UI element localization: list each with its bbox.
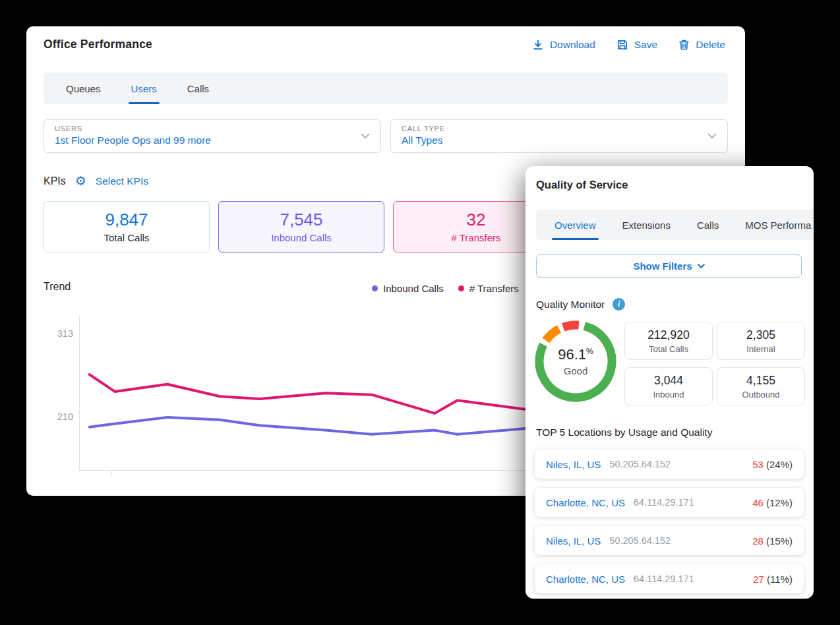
kpi-label: Total Calls — [104, 232, 149, 243]
download-button[interactable]: Download — [532, 39, 595, 51]
location-row: Niles, IL, US 50.205.64.152 28 (15%) — [535, 526, 804, 555]
stat-card-internal: 2,305 Internal — [717, 322, 805, 360]
tab-calls[interactable]: Calls — [187, 73, 209, 104]
select-kpis-link[interactable]: Select KPIs — [96, 175, 148, 187]
tab-queues[interactable]: Queues — [66, 73, 101, 104]
save-icon — [616, 39, 628, 51]
location-share: (11%) — [767, 574, 793, 585]
location-share: (12%) — [766, 497, 793, 508]
location-count: 27 — [753, 574, 764, 585]
quality-of-service-panel: Quality of Service Overview Extensions C… — [525, 166, 814, 599]
legend-dot-icon — [458, 285, 464, 291]
chevron-down-icon — [698, 264, 705, 269]
kpi-label: # Transfers — [451, 232, 500, 243]
save-button[interactable]: Save — [616, 39, 657, 51]
call-type-filter-value: All Types — [402, 134, 717, 146]
location-row: Niles, IL, US 50.205.64.152 53 (24%) — [535, 450, 804, 479]
top-locations-heading: TOP 5 Locations by Usage and Quality — [536, 427, 712, 438]
kpis-header: KPIs ⚙ Select KPIs — [44, 175, 148, 187]
kpi-card-inbound-calls[interactable]: 7,545 Inbound Calls — [218, 201, 384, 253]
location-share: (15%) — [766, 535, 793, 547]
info-icon[interactable]: i — [613, 298, 625, 311]
qos-title: Quality of Service — [536, 179, 628, 191]
tab-mos-performance[interactable]: MOS Performa — [745, 210, 811, 240]
show-filters-button[interactable]: Show Filters — [536, 254, 802, 278]
quality-monitor-heading: Quality Monitor — [536, 299, 605, 311]
tab-overview[interactable]: Overview — [555, 210, 596, 240]
trend-heading: Trend — [44, 281, 71, 293]
location-link[interactable]: Niles, IL, US — [546, 535, 601, 547]
location-ip: 50.205.64.152 — [609, 535, 671, 546]
toolbar: Download Save Delete — [532, 39, 725, 51]
location-link[interactable]: Niles, IL, US — [546, 459, 601, 470]
kpi-label: Inbound Calls — [271, 232, 332, 243]
legend-item-transfers: # Transfers — [458, 283, 519, 294]
stat-card-total-calls: 212,920 Total Calls — [624, 322, 713, 360]
kpi-value: 9,847 — [105, 210, 148, 229]
top-locations-list: Niles, IL, US 50.205.64.152 53 (24%) Cha… — [535, 450, 804, 599]
x-axis-tick — [111, 471, 112, 475]
location-link[interactable]: Charlotte, NC, US — [546, 497, 625, 508]
call-type-filter-label: CALL TYPE — [402, 125, 717, 133]
office-tabbar: Queues Users Calls — [44, 73, 728, 104]
tab-extensions[interactable]: Extensions — [622, 210, 671, 240]
users-filter-label: USERS — [55, 125, 370, 133]
location-ip: 64.114.29.171 — [634, 497, 694, 508]
users-filter-select[interactable]: USERS 1st Floor People Ops and 99 more — [44, 119, 381, 153]
location-ip: 64.114.29.171 — [634, 574, 694, 584]
chevron-down-icon — [361, 133, 370, 139]
location-link[interactable]: Charlotte, NC, US — [546, 574, 625, 585]
gear-icon: ⚙ — [75, 175, 86, 187]
delete-button[interactable]: Delete — [678, 39, 725, 51]
quality-gauge: 96.1% Good — [535, 320, 616, 402]
location-row: Charlotte, NC, US 64.114.29.171 46 (12%) — [535, 488, 804, 517]
location-ip: 50.205.64.152 — [609, 459, 671, 469]
call-type-filter-select[interactable]: CALL TYPE All Types — [390, 119, 728, 153]
kpi-value: 7,545 — [280, 210, 322, 229]
gauge-value: 96.1% — [558, 346, 593, 363]
stat-card-outbound: 4,155 Outbound — [717, 367, 805, 405]
trend-legend: Inbound Calls # Transfers — [372, 283, 519, 294]
location-row: Charlotte, NC, US 64.114.29.171 27 (11%) — [535, 564, 804, 593]
quality-monitor-header: Quality Monitor i — [536, 298, 625, 311]
tab-users[interactable]: Users — [131, 73, 157, 104]
y-axis-tick-label: 313 — [48, 328, 73, 339]
kpi-card-total-calls[interactable]: 9,847 Total Calls — [44, 201, 210, 253]
qos-tabbar: Overview Extensions Calls MOS Performa — [536, 210, 814, 240]
kpi-value: 32 — [467, 210, 486, 229]
kpis-heading: KPIs — [44, 175, 66, 187]
location-count: 28 — [752, 535, 764, 547]
download-icon — [532, 39, 544, 51]
qos-stats-grid: 212,920 Total Calls 2,305 Internal 3,044… — [624, 322, 805, 405]
legend-dot-icon — [372, 285, 378, 291]
trash-icon — [678, 39, 690, 51]
users-filter-value: 1st Floor People Ops and 99 more — [55, 134, 370, 146]
page-title: Office Performance — [44, 38, 152, 51]
stat-card-inbound: 3,044 Inbound — [624, 367, 713, 405]
location-count: 53 — [752, 459, 764, 470]
location-share: (24%) — [766, 459, 793, 470]
tab-calls[interactable]: Calls — [697, 210, 719, 240]
chevron-down-icon — [707, 133, 717, 139]
filters-row: USERS 1st Floor People Ops and 99 more C… — [44, 119, 728, 153]
kpi-cards-row: 9,847 Total Calls 7,545 Inbound Calls 32… — [44, 201, 559, 253]
legend-item-inbound-calls: Inbound Calls — [372, 283, 444, 294]
gauge-label: Good — [564, 365, 588, 376]
y-axis-tick-label: 210 — [48, 411, 73, 422]
location-count: 46 — [752, 497, 764, 508]
